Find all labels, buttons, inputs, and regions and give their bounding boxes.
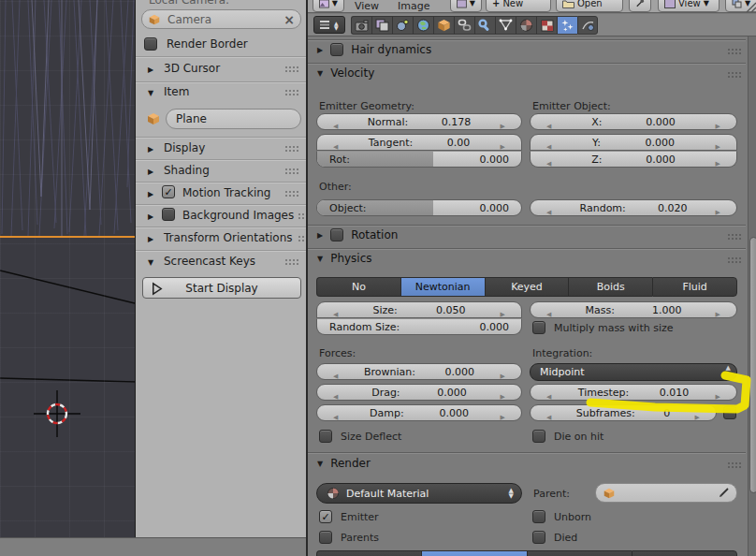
scrollbar-track[interactable] [748, 37, 756, 556]
eyedropper-icon[interactable] [718, 487, 730, 499]
increment-arrow-icon[interactable]: ▶ [501, 393, 505, 401]
panel-background-images[interactable]: Background Images [182, 209, 294, 222]
new-image-button[interactable]: + New [486, 0, 551, 12]
subframes-field[interactable]: ◀ Subframes: 0 ▶ [530, 404, 717, 421]
increment-arrow-icon[interactable]: ▶ [501, 123, 505, 130]
size-deflect-checkbox[interactable] [319, 430, 332, 443]
editor-type-button[interactable]: ▲▼ [313, 16, 345, 34]
increment-arrow-icon[interactable]: ▶ [501, 143, 505, 151]
tab-material[interactable] [516, 16, 536, 35]
panel-grip-icon[interactable] [285, 259, 287, 261]
panel-grip-icon[interactable] [728, 257, 730, 259]
panel-hair-dynamics[interactable]: ▶ Hair dynamics [317, 43, 431, 56]
decrement-arrow-icon[interactable]: ◀ [546, 311, 551, 318]
panel-transform-orientations[interactable]: Transform Orientations [164, 231, 293, 244]
corner-resize-icon[interactable] [744, 0, 756, 13]
decrement-arrow-icon[interactable]: ◀ [333, 414, 338, 421]
cursor-3d[interactable] [34, 390, 80, 437]
menu-view[interactable]: View [355, 0, 379, 12]
timestep-field[interactable]: ◀ Timestep: 0.010 ▶ [530, 384, 737, 401]
parent-field[interactable] [595, 483, 737, 503]
render-border-checkbox[interactable] [144, 37, 157, 51]
increment-arrow-icon[interactable]: ▶ [716, 160, 720, 168]
physics-type-boids[interactable]: Boids [568, 277, 652, 297]
collapse-arrow-icon[interactable]: ▶ [148, 168, 153, 176]
tab-object-data[interactable] [495, 16, 516, 35]
tab-physics[interactable] [577, 16, 598, 35]
decrement-arrow-icon[interactable]: ◀ [546, 414, 551, 421]
panel-motion-tracking[interactable]: Motion Tracking [182, 186, 270, 199]
panel-item[interactable]: Item [164, 85, 189, 98]
panel-grip-icon[interactable] [728, 49, 730, 51]
panel-screencast-keys[interactable]: Screencast Keys [164, 255, 255, 268]
z-field[interactable]: ◀ Z: 0.000 ▶ [530, 151, 737, 168]
panel-velocity[interactable]: ▼ Velocity [317, 66, 374, 80]
viewport-3d[interactable] [0, 0, 135, 556]
decrement-arrow-icon[interactable]: ◀ [333, 311, 338, 318]
render-type-segment-active[interactable] [421, 550, 526, 556]
emitter-checkbox[interactable]: ✓ [319, 510, 332, 523]
open-image-button[interactable]: Open [556, 0, 623, 12]
material-dropdown[interactable]: Default Material ▲▼ [316, 483, 522, 504]
decrement-arrow-icon[interactable]: ◀ [333, 393, 338, 401]
brownian-field[interactable]: ◀ Brownian: 0.000 ▶ [316, 363, 522, 380]
render-type-segment[interactable] [316, 550, 421, 556]
physics-type-newtonian[interactable]: Newtonian [400, 277, 485, 297]
random-field[interactable]: ◀ Random: 0.020 ▶ [530, 199, 737, 216]
tangent-field[interactable]: ◀ Tangent: 0.00 ▶ [316, 134, 522, 151]
motion-tracking-checkbox[interactable]: ✓ [162, 185, 175, 198]
unborn-checkbox[interactable] [532, 510, 545, 523]
parents-checkbox[interactable] [319, 531, 332, 544]
panel-grip-icon[interactable] [285, 66, 287, 68]
damp-field[interactable]: ◀ Damp: 0.000 ▶ [316, 404, 522, 421]
die-on-hit-checkbox[interactable] [532, 430, 545, 443]
panel-shading[interactable]: Shading [164, 164, 210, 177]
increment-arrow-icon[interactable]: ▶ [501, 311, 505, 318]
tab-scene[interactable] [392, 16, 413, 35]
expand-arrow-icon[interactable]: ▼ [148, 89, 153, 97]
image-datablock-button[interactable]: ▼ [450, 0, 482, 12]
view-mode-dropdown[interactable]: View ▼ [658, 0, 720, 12]
y-field[interactable]: ◀ Y: 0.000 ▶ [530, 134, 737, 151]
random-size-field[interactable]: Random Size: 0.000 [316, 318, 522, 335]
integrator-dropdown[interactable]: Midpoint ▲ [530, 363, 737, 381]
tab-modifiers[interactable] [474, 16, 495, 35]
increment-arrow-icon[interactable]: ▶ [716, 393, 720, 401]
decrement-arrow-icon[interactable]: ◀ [333, 373, 338, 380]
clear-x-icon[interactable]: × [284, 12, 295, 27]
object-name-field[interactable]: Plane [166, 109, 301, 129]
increment-arrow-icon[interactable]: ▶ [501, 373, 505, 380]
increment-arrow-icon[interactable]: ▶ [501, 414, 505, 421]
rot-slider[interactable]: Rot: 0.000 [316, 151, 522, 168]
collapse-arrow-icon[interactable]: ▶ [148, 212, 153, 221]
rotation-checkbox[interactable] [330, 228, 343, 241]
panel-grip-icon[interactable] [298, 236, 300, 238]
decrement-arrow-icon[interactable]: ◀ [546, 123, 551, 130]
panel-grip-icon[interactable] [728, 234, 730, 236]
size-field[interactable]: ◀ Size: 0.050 ▶ [316, 301, 522, 318]
increment-arrow-icon[interactable]: ▶ [695, 414, 700, 421]
physics-type-no[interactable]: No [316, 277, 400, 297]
adaptive-subframes-checkbox[interactable] [723, 406, 736, 419]
collapse-arrow-icon[interactable]: ▶ [148, 235, 153, 243]
scrollbar-thumb[interactable] [749, 237, 756, 493]
render-type-segment[interactable] [632, 550, 737, 556]
collapse-arrow-icon[interactable]: ▶ [148, 66, 153, 74]
panel-grip-icon[interactable] [285, 90, 287, 92]
tab-particles[interactable] [557, 16, 577, 35]
panel-render[interactable]: ▼ Render [317, 457, 371, 470]
multiply-mass-checkbox[interactable] [532, 321, 545, 334]
died-checkbox[interactable] [532, 531, 545, 544]
physics-type-keyed[interactable]: Keyed [485, 277, 569, 297]
increment-arrow-icon[interactable]: ▶ [716, 311, 720, 318]
panel-3d-cursor[interactable]: 3D Cursor [164, 62, 220, 75]
panel-display[interactable]: Display [164, 141, 205, 154]
panel-grip-icon[interactable] [728, 462, 730, 464]
pin-button[interactable] [629, 0, 651, 12]
increment-arrow-icon[interactable]: ▶ [716, 123, 720, 130]
background-images-checkbox[interactable] [162, 208, 175, 221]
physics-type-fluid[interactable]: Fluid [652, 277, 737, 297]
panel-grip-icon[interactable] [285, 146, 287, 148]
menu-image[interactable]: Image [398, 0, 429, 12]
decrement-arrow-icon[interactable]: ◀ [546, 209, 551, 216]
